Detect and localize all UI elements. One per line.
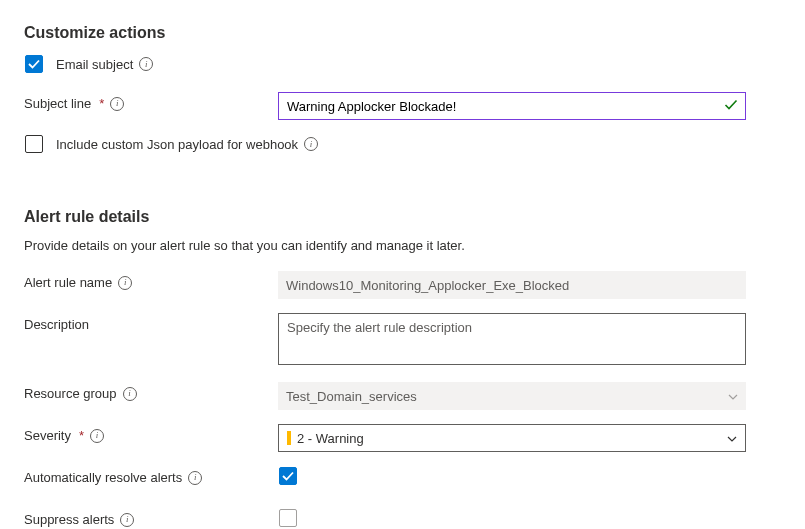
alert-rule-name-label: Alert rule name: [24, 275, 112, 290]
info-icon[interactable]: i: [120, 513, 134, 527]
suppress-alerts-checkbox[interactable]: [278, 508, 298, 528]
required-mark-icon: *: [99, 96, 104, 111]
chevron-down-icon: [727, 432, 737, 444]
customize-actions-heading: Customize actions: [24, 24, 781, 42]
checkmark-icon: [282, 470, 294, 482]
required-mark-icon: *: [79, 428, 84, 443]
description-input[interactable]: [278, 313, 746, 365]
severity-value: 2 - Warning: [297, 431, 364, 446]
alert-rule-name-input: Windows10_Monitoring_Applocker_Exe_Block…: [278, 271, 746, 299]
info-icon[interactable]: i: [188, 471, 202, 485]
resource-group-value: Test_Domain_services: [286, 389, 417, 404]
auto-resolve-label: Automatically resolve alerts: [24, 470, 182, 485]
chevron-down-icon: [728, 390, 738, 402]
info-icon[interactable]: i: [139, 57, 153, 71]
alert-rule-details-intro: Provide details on your alert rule so th…: [24, 238, 781, 253]
include-json-checkbox[interactable]: [24, 134, 44, 154]
severity-color-swatch: [287, 431, 291, 445]
email-subject-checkbox[interactable]: [24, 54, 44, 74]
suppress-alerts-label: Suppress alerts: [24, 512, 114, 527]
info-icon[interactable]: i: [118, 276, 132, 290]
severity-label: Severity: [24, 428, 71, 443]
info-icon[interactable]: i: [123, 387, 137, 401]
email-subject-label: Email subject: [56, 57, 133, 72]
subject-line-input[interactable]: [278, 92, 746, 120]
severity-select[interactable]: 2 - Warning: [278, 424, 746, 452]
checkmark-icon: [28, 58, 40, 70]
info-icon[interactable]: i: [90, 429, 104, 443]
include-json-label: Include custom Json payload for webhook: [56, 137, 298, 152]
info-icon[interactable]: i: [110, 97, 124, 111]
email-subject-row: Email subject i: [24, 54, 781, 74]
alert-rule-details-heading: Alert rule details: [24, 208, 781, 226]
resource-group-select: Test_Domain_services: [278, 382, 746, 410]
info-icon[interactable]: i: [304, 137, 318, 151]
auto-resolve-checkbox[interactable]: [278, 466, 298, 486]
include-json-row: Include custom Json payload for webhook …: [24, 134, 781, 154]
subject-line-label: Subject line: [24, 96, 91, 111]
description-label: Description: [24, 317, 89, 332]
resource-group-label: Resource group: [24, 386, 117, 401]
